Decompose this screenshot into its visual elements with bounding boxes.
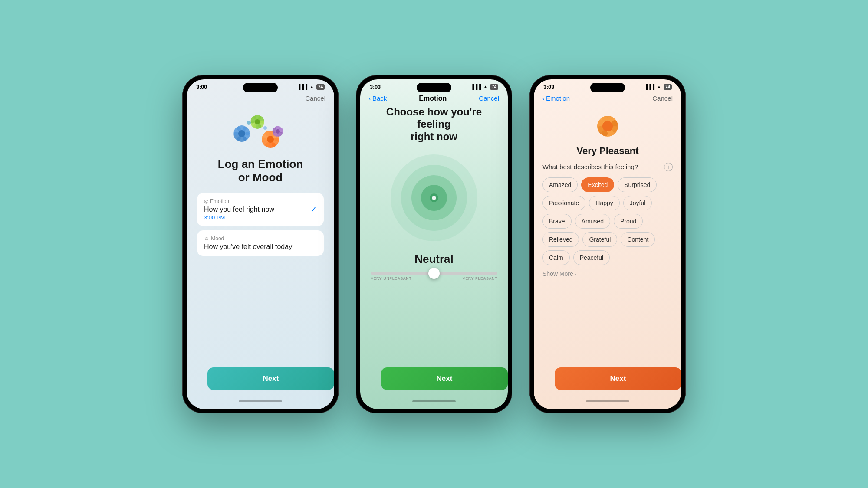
emotion-option-left: ◎ Emotion How you feel right now 3:00 PM [204, 198, 274, 221]
tag-peaceful[interactable]: Peaceful [573, 250, 610, 265]
emotion-wheel[interactable] [386, 150, 482, 246]
signal-icon: ▐▐▐ [297, 84, 307, 89]
phone2-content: Choose how you're feelingright now [360, 106, 508, 364]
orange-flower-illustration [590, 109, 625, 145]
svg-point-21 [263, 126, 267, 130]
phone3-bottom: Next [534, 364, 681, 409]
phone1-bottom: Next [187, 364, 334, 409]
slider-thumb[interactable] [428, 268, 440, 279]
home-indicator-3 [586, 400, 629, 402]
wifi-icon: ▲ [309, 84, 314, 89]
tag-excited[interactable]: Excited [581, 177, 614, 192]
svg-point-13 [255, 119, 260, 124]
main-title-1: Log an Emotionor Mood [218, 157, 303, 184]
mood-option-left: ☺ Mood How you've felt overall today [204, 236, 292, 251]
status-icons-1: ▐▐▐ ▲ 74 [297, 84, 325, 90]
feeling-tags: Amazed Excited Surprised Passionate Happ… [542, 177, 673, 265]
chevron-left-icon-3: ‹ [542, 95, 545, 102]
slider-track[interactable] [371, 272, 497, 275]
home-indicator-1 [239, 400, 282, 402]
tag-amused[interactable]: Amused [575, 214, 610, 229]
info-icon[interactable]: i [664, 163, 673, 171]
back-button-3[interactable]: ‹ Emotion [542, 95, 570, 102]
emotion-option-card[interactable]: ◎ Emotion How you feel right now 3:00 PM… [197, 193, 324, 226]
chevron-left-icon: ‹ [369, 95, 371, 102]
phone-1: 3:00 ▐▐▐ ▲ 74 Cancel [182, 75, 339, 413]
emotion-time: 3:00 PM [204, 214, 274, 221]
chevron-right-icon: › [574, 270, 576, 277]
dynamic-island-2 [417, 83, 451, 92]
phone2-bottom: Next [360, 364, 508, 409]
tag-surprised[interactable]: Surprised [618, 177, 657, 192]
wifi-icon-3: ▲ [657, 84, 661, 89]
tag-content[interactable]: Content [621, 232, 655, 247]
cancel-button-1[interactable]: Cancel [305, 95, 326, 102]
tag-joyful[interactable]: Joyful [623, 196, 652, 210]
neutral-label: Neutral [414, 252, 454, 266]
signal-icon-2: ▐▐▐ [471, 84, 481, 89]
nav-bar-3: ‹ Emotion Cancel [534, 92, 681, 105]
choose-title: Choose how you're feelingright now [369, 106, 499, 143]
slider-right-label: VERY PLEASANT [463, 276, 497, 281]
emotion-circle-icon: ◎ [204, 198, 208, 204]
tag-calm[interactable]: Calm [542, 250, 570, 265]
mood-label: ☺ Mood [204, 236, 292, 242]
svg-point-20 [267, 136, 274, 143]
cancel-button-3[interactable]: Cancel [652, 95, 673, 102]
feeling-question: What best describes this feeling? i [542, 163, 673, 171]
signal-icon-3: ▐▐▐ [644, 84, 654, 89]
emotion-label: ◎ Emotion [204, 198, 274, 204]
tag-grateful[interactable]: Grateful [582, 232, 617, 247]
status-icons-3: ▐▐▐ ▲ 74 [644, 84, 672, 90]
dynamic-island-1 [243, 83, 278, 92]
tag-relieved[interactable]: Relieved [542, 232, 579, 247]
nav-bar-2: ‹ Back Emotion Cancel [360, 92, 508, 106]
status-icons-2: ▐▐▐ ▲ 74 [471, 84, 498, 90]
tag-brave[interactable]: Brave [542, 214, 572, 229]
slider-left-label: VERY UNPLEASANT [371, 276, 411, 281]
svg-point-6 [238, 130, 245, 137]
tag-amazed[interactable]: Amazed [542, 177, 578, 192]
svg-point-28 [247, 121, 251, 125]
next-button-2[interactable]: Next [381, 367, 508, 390]
battery-icon: 74 [316, 84, 325, 90]
phone-2: 3:03 ▐▐▐ ▲ 74 ‹ Back Emotion Cancel Choo… [356, 75, 512, 413]
nav-title-2: Emotion [419, 95, 447, 102]
status-time-1: 3:00 [196, 84, 207, 90]
svg-point-27 [276, 129, 280, 134]
emotion-desc: How you feel right now [204, 206, 274, 213]
wifi-icon-2: ▲ [483, 84, 488, 89]
slider-container: VERY UNPLEASANT VERY PLEASANT [369, 272, 499, 281]
home-indicator-2 [412, 400, 456, 402]
mood-icon: ☺ [204, 236, 209, 242]
mood-desc: How you've felt overall today [204, 243, 292, 251]
next-button-1[interactable]: Next [207, 367, 334, 390]
battery-icon-2: 74 [490, 84, 498, 90]
status-time-2: 3:03 [370, 84, 381, 90]
svg-point-34 [432, 196, 436, 200]
show-more-button[interactable]: Show More › [542, 270, 673, 277]
battery-icon-3: 74 [664, 84, 672, 90]
nav-bar-1: Cancel [187, 92, 334, 105]
svg-point-43 [602, 121, 613, 131]
phone-3: 3:03 ▐▐▐ ▲ 74 ‹ Emotion Cancel [529, 75, 686, 413]
next-button-3[interactable]: Next [555, 367, 681, 390]
tag-passionate[interactable]: Passionate [542, 196, 585, 210]
mood-option-card[interactable]: ☺ Mood How you've felt overall today [197, 230, 324, 256]
tag-proud[interactable]: Proud [614, 214, 643, 229]
cancel-button-2[interactable]: Cancel [479, 95, 499, 102]
pleasant-title: Very Pleasant [576, 145, 638, 157]
tag-happy[interactable]: Happy [589, 196, 619, 210]
status-time-3: 3:03 [543, 84, 554, 90]
check-icon: ✓ [310, 205, 317, 214]
phone3-content: Very Pleasant What best describes this f… [534, 105, 681, 364]
flowers-illustration [232, 110, 289, 153]
back-button-2[interactable]: ‹ Back [369, 95, 387, 102]
dynamic-island-3 [590, 83, 625, 92]
phone1-content: Log an Emotionor Mood ◎ Emotion How you … [187, 105, 334, 364]
